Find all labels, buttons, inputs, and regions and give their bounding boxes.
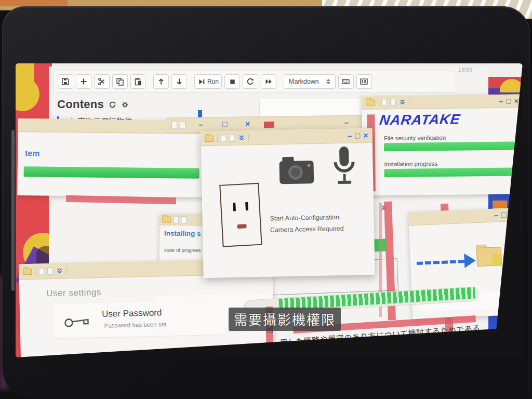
document-icon (381, 99, 387, 106)
camera-icon (278, 154, 317, 185)
tablet-edge-highlight (11, 130, 15, 291)
fast-forward-button[interactable] (261, 74, 276, 89)
chevron-double-down-icon[interactable] (56, 268, 63, 274)
save-button[interactable] (58, 74, 73, 89)
refresh-icon[interactable] (108, 100, 117, 109)
fast-forward-icon (264, 77, 273, 86)
add-cell-button[interactable] (76, 74, 91, 89)
installing-status: state of progress (164, 247, 201, 254)
microphone-icon (332, 145, 357, 188)
notebook-toolbar: Run Markdown (53, 71, 456, 92)
folder-icon (23, 268, 32, 274)
background-object (0, 0, 68, 6)
scissors-icon (98, 77, 106, 86)
file-security-progress-bar (384, 142, 515, 152)
paste-button[interactable] (130, 74, 146, 89)
key-icon (63, 314, 93, 329)
corner-number: 1699 (458, 66, 473, 73)
document-icon (180, 121, 185, 128)
save-icon (61, 77, 70, 86)
run-button[interactable]: Run (194, 74, 222, 89)
stop-icon (229, 78, 236, 86)
camera-message-line2: Camera Access Required (270, 223, 374, 236)
folder-icon (162, 216, 171, 222)
move-down-button[interactable] (171, 74, 187, 89)
window-naratake: – □ × NARATAKE File security verificatio… (362, 94, 523, 195)
user-settings-heading: User settings (46, 287, 101, 299)
stop-button[interactable] (224, 74, 240, 89)
file-security-label: File security verification (384, 135, 446, 141)
gear-icon[interactable] (121, 101, 129, 109)
installing-title: Installing s (164, 230, 201, 238)
arrow-down-icon (175, 77, 183, 86)
document-icon (171, 121, 177, 128)
robot-face-illustration (219, 183, 262, 247)
keyboard-button[interactable] (338, 74, 354, 89)
folder-icon (366, 99, 375, 105)
red-chip (264, 122, 274, 128)
select-arrows-icon (326, 79, 330, 84)
caption-overlay: 需要攝影機權限 (229, 308, 341, 331)
maximize-button[interactable]: □ (222, 120, 228, 128)
minimize-button[interactable]: – (347, 131, 352, 140)
chevron-double-down-icon[interactable] (238, 135, 245, 141)
user-password-title: User Password (102, 308, 162, 320)
window-camera-dialog: – □ × Start Auto-Configuration. Camera A… (201, 128, 375, 278)
cell-marker (198, 110, 202, 118)
cell-type-value: Markdown (289, 78, 319, 85)
restart-icon (246, 77, 255, 86)
close-button[interactable]: × (245, 120, 250, 128)
document-icon (47, 268, 53, 275)
copy-icon (116, 77, 124, 86)
document-icon (220, 135, 226, 142)
close-button[interactable]: × (514, 97, 518, 104)
run-icon (197, 78, 205, 86)
copy-button[interactable] (112, 74, 128, 89)
keyboard-icon (341, 77, 350, 86)
plus-icon (79, 77, 88, 86)
installation-progress-bar (384, 168, 515, 178)
move-up-button[interactable] (153, 74, 169, 89)
toc-heading: Contens (57, 98, 104, 111)
list-icon (360, 77, 368, 86)
destination-folder-icon[interactable] (476, 243, 504, 268)
minimize-button[interactable]: – (494, 211, 499, 219)
camera-message: Start Auto-Configuration. Camera Access … (270, 211, 374, 236)
run-label: Run (207, 78, 219, 85)
command-palette-button[interactable] (356, 74, 372, 89)
document-icon (181, 216, 187, 223)
progress-bar (24, 166, 200, 179)
cut-button[interactable] (94, 74, 110, 89)
document-icon (38, 268, 44, 275)
folder-icon (205, 135, 214, 141)
installation-label: Installation progress (384, 161, 437, 167)
arrow-up-icon (157, 77, 165, 86)
wallpaper-shape (16, 63, 34, 82)
minimize-button[interactable]: – (198, 121, 203, 129)
user-password-card[interactable]: User Password Password has been set (53, 300, 228, 338)
cell-type-select[interactable]: Markdown (284, 74, 336, 89)
document-icon (229, 134, 235, 141)
chevron-double-down-icon[interactable] (399, 99, 406, 105)
brand-logo: NARATAKE (378, 112, 461, 129)
maximize-button[interactable]: □ (501, 210, 507, 219)
minimize-button[interactable]: – (344, 118, 349, 127)
copy-arrow (417, 260, 464, 265)
restart-kernel-button[interactable] (243, 74, 258, 89)
tablet-screen: Run Markdown 1699 (16, 63, 523, 357)
titlebar[interactable]: – □ × (362, 94, 523, 109)
user-password-subtitle: Password has been set (104, 321, 166, 329)
window-title-partial: tem (25, 149, 40, 158)
maximize-button[interactable]: □ (355, 131, 360, 140)
maximize-button[interactable]: □ (506, 97, 511, 105)
document-icon (390, 98, 396, 105)
document-icon (173, 216, 179, 223)
toc-header: Contens (57, 98, 129, 111)
paste-icon (134, 77, 142, 86)
minimize-button[interactable]: – (499, 97, 503, 105)
copy-arrow-head (464, 253, 476, 268)
close-button[interactable]: × (363, 131, 368, 140)
titlebar[interactable]: – □ × (201, 128, 372, 146)
